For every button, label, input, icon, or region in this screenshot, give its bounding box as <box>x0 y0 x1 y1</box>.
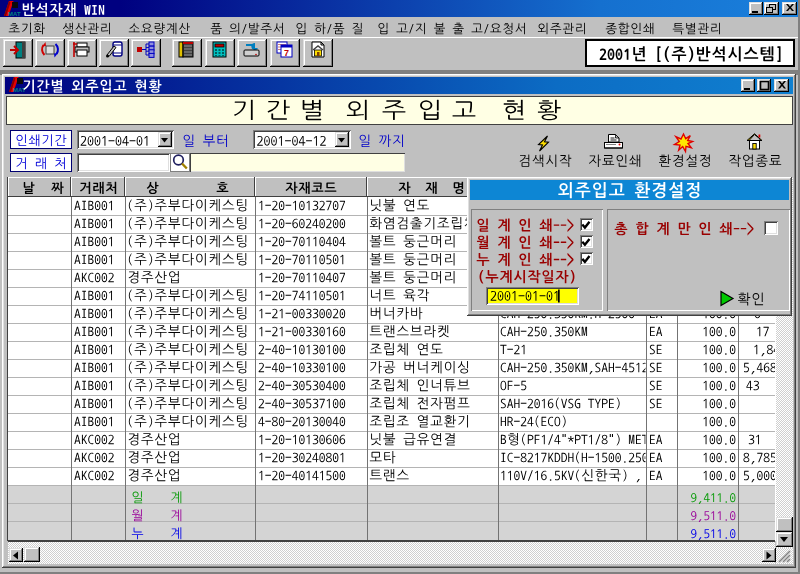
svg-text:7: 7 <box>284 48 289 58</box>
svg-text:MAT: MAT <box>8 11 21 17</box>
svg-text:MAT: MAT <box>13 87 26 93</box>
